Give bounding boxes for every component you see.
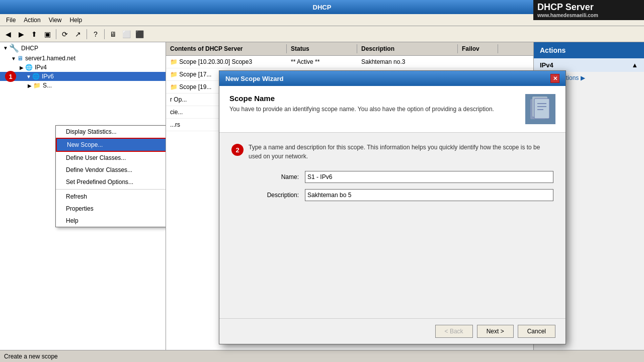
ctx-properties[interactable]: Properties bbox=[56, 203, 166, 215]
brand-title: DHCP Server bbox=[537, 2, 640, 13]
tree-server-label: server1.hamed.net bbox=[25, 55, 75, 62]
context-menu: Display Statistics... New Scope... Defin… bbox=[55, 125, 166, 227]
toolbar-sep-3 bbox=[104, 29, 105, 39]
toolbar: ◀ ▶ ⬆ ▣ ⟳ ↗ ? 🖥 ⬜ ⬛ bbox=[0, 26, 644, 42]
toolbar-sep-2 bbox=[87, 29, 87, 39]
cell-failov-1 bbox=[458, 61, 498, 63]
sub1-icon: 📁 bbox=[33, 82, 41, 89]
wizard-close-button[interactable]: ✕ bbox=[550, 74, 559, 83]
name-label: Name: bbox=[249, 173, 299, 180]
wizard-page-desc: You have to provide an identifying scope… bbox=[229, 106, 517, 113]
toolbar-forward[interactable]: ▶ bbox=[15, 28, 27, 40]
tree-ipv4-label: IPv4 bbox=[35, 64, 47, 71]
tree-root[interactable]: ▼ 🔧 DHCP bbox=[0, 42, 166, 54]
ctx-refresh[interactable]: Refresh bbox=[56, 191, 166, 203]
toolbar-view2[interactable]: ⬜ bbox=[120, 28, 132, 40]
toolbar-refresh[interactable]: ⟳ bbox=[59, 28, 71, 40]
actions-header: Actions bbox=[534, 42, 644, 58]
wizard-icon-svg bbox=[530, 97, 550, 122]
title-bar: DHCP DHCP Server www.hamedesmaeili.com bbox=[0, 0, 644, 14]
expand-ipv6[interactable]: ▼ bbox=[25, 74, 32, 79]
tree-root-label: DHCP bbox=[21, 45, 38, 52]
row3-folder-icon: 📁 bbox=[170, 83, 178, 90]
ctx-sep-1 bbox=[56, 189, 166, 190]
toolbar-show-hide[interactable]: ▣ bbox=[41, 28, 53, 40]
menu-help[interactable]: Help bbox=[66, 16, 87, 25]
toolbar-up[interactable]: ⬆ bbox=[28, 28, 40, 40]
table-row[interactable]: 📁 Scope [10.20.30.0] Scope3 ** Active **… bbox=[166, 56, 533, 68]
cell-status-1: ** Active ** bbox=[287, 57, 357, 66]
row1-folder-icon: 📁 bbox=[170, 58, 178, 65]
name-input[interactable] bbox=[305, 171, 553, 183]
wizard-back-button[interactable]: < Back bbox=[435, 325, 473, 338]
col-header-failov: Failov bbox=[458, 44, 498, 53]
desc-label: Description: bbox=[249, 192, 299, 199]
toolbar-view1[interactable]: 🖥 bbox=[107, 28, 119, 40]
toolbar-export[interactable]: ↗ bbox=[72, 28, 84, 40]
wizard-header-icon bbox=[525, 94, 555, 124]
actions-more-arrow: ▶ bbox=[581, 74, 585, 81]
tree-ipv6[interactable]: 1 ▼ 🌐 IPv6 bbox=[0, 72, 166, 81]
expand-root[interactable]: ▼ bbox=[2, 45, 9, 51]
ctx-display-stats[interactable]: Display Statistics... bbox=[56, 126, 166, 138]
form-row-name: Name: bbox=[231, 171, 553, 183]
branding-panel: DHCP Server www.hamedesmaeili.com bbox=[533, 0, 644, 20]
col-header-name: Contents of DHCP Server bbox=[166, 44, 287, 53]
ctx-help[interactable]: Help bbox=[56, 215, 166, 227]
actions-section-ipv4[interactable]: IPv4 ▲ bbox=[534, 58, 644, 72]
dhcp-icon: 🔧 bbox=[9, 43, 19, 53]
menu-view[interactable]: View bbox=[45, 16, 66, 25]
server-icon: 🖥 bbox=[17, 55, 23, 62]
status-bar: Create a new scope bbox=[0, 350, 644, 362]
ctx-predefined-options[interactable]: Set Predefined Options... bbox=[56, 176, 166, 188]
wizard-cancel-button[interactable]: Cancel bbox=[518, 325, 555, 338]
ctx-vendor-classes[interactable]: Define Vendor Classes... bbox=[56, 164, 166, 176]
wizard-page-title: Scope Name bbox=[229, 94, 517, 103]
tree-ipv4[interactable]: ▶ 🌐 IPv4 bbox=[0, 63, 166, 72]
content-header: Contents of DHCP Server Status Descripti… bbox=[166, 42, 533, 56]
cell-desc-1: Sakhteman no.3 bbox=[357, 57, 458, 66]
wizard-step-number: 2 bbox=[231, 144, 244, 156]
toolbar-help[interactable]: ? bbox=[90, 28, 102, 40]
step-circle-1: 1 bbox=[5, 71, 16, 82]
cell-name-1: 📁 Scope [10.20.30.0] Scope3 bbox=[166, 57, 287, 66]
ctx-user-classes[interactable]: Define User Classes... bbox=[56, 152, 166, 164]
wizard-header: Scope Name You have to provide an identi… bbox=[219, 86, 566, 133]
wizard-body: 2 Type a name and description for this s… bbox=[219, 133, 566, 318]
wizard-dialog: New Scope Wizard ✕ Scope Name You have t… bbox=[219, 70, 566, 344]
tree-sub1[interactable]: ▶ 📁 S... bbox=[0, 81, 166, 90]
expand-server[interactable]: ▼ bbox=[10, 56, 17, 61]
actions-collapse-icon: ▲ bbox=[631, 61, 638, 69]
menu-file[interactable]: File bbox=[2, 16, 20, 25]
wizard-step-desc: Type a name and description for this sco… bbox=[249, 143, 553, 161]
status-text: Create a new scope bbox=[4, 353, 58, 360]
wizard-footer: < Back Next > Cancel bbox=[219, 318, 566, 344]
expand-sub1[interactable]: ▶ bbox=[26, 83, 33, 88]
window-title: DHCP bbox=[313, 4, 332, 11]
col-header-status: Status bbox=[287, 44, 357, 53]
wizard-next-button[interactable]: Next > bbox=[477, 325, 514, 338]
expand-ipv4[interactable]: ▶ bbox=[18, 65, 25, 70]
svg-rect-2 bbox=[534, 99, 549, 119]
wizard-title-bar: New Scope Wizard ✕ bbox=[219, 71, 566, 86]
toolbar-view3[interactable]: ⬛ bbox=[133, 28, 145, 40]
wizard-header-text: Scope Name You have to provide an identi… bbox=[229, 94, 517, 113]
wizard-step-info: 2 Type a name and description for this s… bbox=[231, 143, 553, 161]
wizard-title-label: New Scope Wizard bbox=[225, 75, 283, 82]
form-row-desc: Description: bbox=[231, 189, 553, 201]
col-header-desc: Description bbox=[357, 44, 458, 53]
tree-ipv6-label: IPv6 bbox=[42, 73, 54, 80]
row2-folder-icon: 📁 bbox=[170, 71, 178, 78]
ipv6-icon: 🌐 bbox=[32, 73, 40, 80]
tree-server[interactable]: ▼ 🖥 server1.hamed.net bbox=[0, 54, 166, 63]
tree-sub1-label: S... bbox=[43, 82, 52, 89]
toolbar-sep-1 bbox=[56, 29, 56, 39]
ipv4-icon: 🌐 bbox=[25, 64, 33, 71]
menu-action[interactable]: Action bbox=[20, 16, 44, 25]
tree-pane: ▼ 🔧 DHCP ▼ 🖥 server1.hamed.net ▶ 🌐 IPv4 … bbox=[0, 42, 166, 350]
desc-input[interactable] bbox=[305, 189, 553, 201]
toolbar-back[interactable]: ◀ bbox=[2, 28, 14, 40]
brand-url: www.hamedesmaeili.com bbox=[537, 13, 640, 18]
ctx-new-scope[interactable]: New Scope... bbox=[56, 138, 166, 152]
